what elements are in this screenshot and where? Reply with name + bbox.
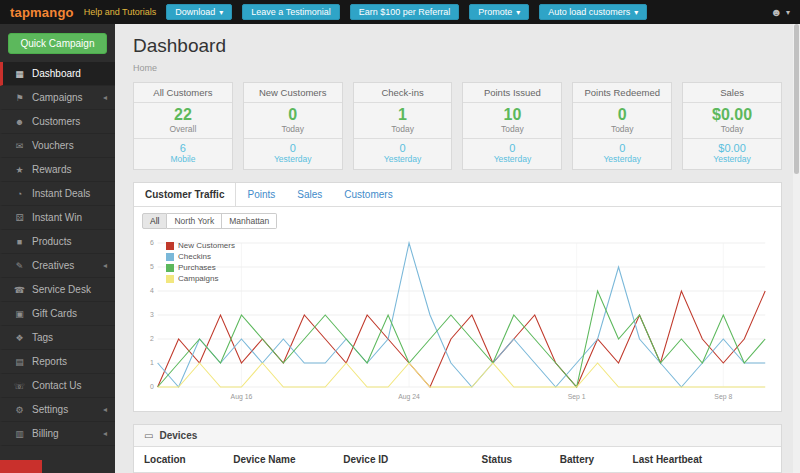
sidebar-item-instant-win[interactable]: ⚄ Instant Win (0, 206, 115, 230)
sidebar-item-label: Gift Cards (32, 308, 107, 319)
stat-primary-value: 1 (354, 106, 452, 124)
sidebar-item-label: Campaigns (32, 92, 103, 103)
sidebar-item-label: Contact Us (32, 380, 107, 391)
tab-customers[interactable]: Customers (333, 183, 403, 206)
stat-secondary-label[interactable]: Yesterday (573, 154, 671, 169)
stat-secondary-label[interactable]: Yesterday (683, 154, 781, 169)
devices-panel: ▭ Devices Location Device Name Device ID… (133, 424, 782, 473)
breadcrumb[interactable]: Home (133, 63, 782, 73)
sidebar-red-stub[interactable] (0, 460, 42, 473)
sidebar-item-rewards[interactable]: ★ Rewards (0, 158, 115, 182)
stat-primary-label: Today (244, 124, 342, 139)
stat-secondary-value[interactable]: 0 (573, 142, 671, 154)
referral-button[interactable]: Earn $100 per Referral (350, 4, 460, 20)
scrollbar-thumb[interactable] (794, 24, 799, 174)
traffic-tabs: Customer Traffic Points Sales Customers (134, 183, 781, 207)
sidebar-item-vouchers[interactable]: ✉ Vouchers (0, 134, 115, 158)
legend-label: New Customers (178, 241, 235, 250)
filter-manhattan-button[interactable]: Manhattan (222, 213, 277, 229)
col-battery: Battery (550, 447, 623, 473)
auto-load-customers-button[interactable]: Auto load customers ▾ (539, 4, 647, 20)
tab-sales[interactable]: Sales (286, 183, 333, 206)
sidebar-item-gift-cards[interactable]: ▣ Gift Cards (0, 302, 115, 326)
tab-points[interactable]: Points (236, 183, 286, 206)
stat-secondary-label[interactable]: Yesterday (244, 154, 342, 169)
legend-label: Campaigns (178, 274, 218, 283)
stat-card-title: All Customers (134, 83, 232, 103)
svg-text:0: 0 (150, 383, 154, 390)
stat-card-check-ins: Check-ins 1 Today 0 Yesterday (353, 82, 453, 170)
stat-card-points-redeemed: Points Redeemed 0 Today 0 Yesterday (572, 82, 672, 170)
stat-card-title: Points Issued (463, 83, 561, 103)
caret-down-icon: ▾ (634, 8, 638, 17)
stat-card-new-customers: New Customers 0 Today 0 Yesterday (243, 82, 343, 170)
topbar: tapmango Help and Tutorials Download ▾ L… (0, 0, 800, 24)
sidebar-item-creatives[interactable]: ✎ Creatives ◂ (0, 254, 115, 278)
devices-icon: ▭ (144, 430, 153, 441)
campaigns-icon: ⚑ (13, 93, 26, 103)
stat-primary-value: 22 (134, 106, 232, 124)
promote-button[interactable]: Promote ▾ (469, 4, 529, 20)
chevron-left-icon: ◂ (103, 405, 107, 414)
help-and-tutorials-link[interactable]: Help and Tutorials (84, 7, 157, 17)
sidebar-item-service-desk[interactable]: ☎ Service Desk (0, 278, 115, 302)
stat-secondary-value[interactable]: 0 (354, 142, 452, 154)
rewards-icon: ★ (13, 165, 26, 175)
devices-header-row: Location Device Name Device ID Status Ba… (134, 447, 781, 473)
chevron-left-icon: ◂ (103, 429, 107, 438)
gift-cards-icon: ▣ (13, 309, 26, 319)
filter-north-york-button[interactable]: North York (167, 213, 222, 229)
reports-icon: ▤ (13, 357, 26, 367)
stat-primary-value: 0 (573, 106, 671, 124)
location-filter-row: All North York Manhattan (134, 207, 781, 231)
quick-campaign-button[interactable]: Quick Campaign (8, 33, 107, 54)
stat-card-points-issued: Points Issued 10 Today 0 Yesterday (462, 82, 562, 170)
stat-secondary-label[interactable]: Yesterday (354, 154, 452, 169)
sidebar-item-instant-deals[interactable]: ◔ Instant Deals (0, 182, 115, 206)
creatives-icon: ✎ (13, 261, 26, 271)
svg-text:6: 6 (150, 239, 154, 246)
stat-secondary-value[interactable]: $0.00 (683, 142, 781, 154)
caret-down-icon: ▾ (786, 8, 790, 17)
stat-card-title: Points Redeemed (573, 83, 671, 103)
filter-all-button[interactable]: All (142, 213, 167, 229)
stat-secondary-value[interactable]: 6 (134, 142, 232, 154)
col-last-heartbeat: Last Heartbeat (623, 447, 781, 473)
svg-text:Aug 24: Aug 24 (398, 393, 420, 401)
sidebar-item-products[interactable]: ■ Products (0, 230, 115, 254)
sidebar-item-tags[interactable]: ❖ Tags (0, 326, 115, 350)
page-title: Dashboard (133, 35, 782, 57)
stat-secondary-value[interactable]: 0 (463, 142, 561, 154)
user-menu[interactable]: ☻ ▾ (770, 6, 790, 18)
legend-item: Campaigns (166, 274, 235, 283)
sidebar-item-contact-us[interactable]: ☏ Contact Us (0, 374, 115, 398)
leave-testimonial-button[interactable]: Leave a Testimonial (242, 4, 339, 20)
tapmango-logo: tapmango (10, 5, 74, 20)
svg-text:3: 3 (150, 311, 154, 318)
products-icon: ■ (13, 237, 26, 247)
legend-label: Purchases (178, 263, 216, 272)
legend-swatch-campaigns (166, 275, 174, 283)
billing-icon: ▥ (13, 429, 26, 439)
stat-secondary-label[interactable]: Mobile (134, 154, 232, 169)
sidebar-item-settings[interactable]: ⚙ Settings ◂ (0, 398, 115, 422)
col-location: Location (134, 447, 223, 473)
caret-down-icon: ▾ (219, 8, 223, 17)
sidebar-item-dashboard[interactable]: ▦ Dashboard (0, 62, 115, 86)
legend-swatch-purchases (166, 264, 174, 272)
sidebar-item-campaigns[interactable]: ⚑ Campaigns ◂ (0, 86, 115, 110)
devices-header: ▭ Devices (134, 425, 781, 447)
svg-text:2: 2 (150, 335, 154, 342)
chevron-left-icon: ◂ (103, 93, 107, 102)
stat-secondary-value[interactable]: 0 (244, 142, 342, 154)
sidebar-item-customers[interactable]: ☻ Customers (0, 110, 115, 134)
stat-secondary-label[interactable]: Yesterday (463, 154, 561, 169)
service-desk-icon: ☎ (13, 285, 26, 295)
sidebar-item-reports[interactable]: ▤ Reports (0, 350, 115, 374)
download-button[interactable]: Download ▾ (166, 4, 232, 20)
settings-icon: ⚙ (13, 405, 26, 415)
scrollbar[interactable] (793, 24, 800, 473)
sidebar-item-billing[interactable]: ▥ Billing ◂ (0, 422, 115, 446)
tab-customer-traffic[interactable]: Customer Traffic (134, 183, 236, 206)
col-device-id: Device ID (333, 447, 471, 473)
